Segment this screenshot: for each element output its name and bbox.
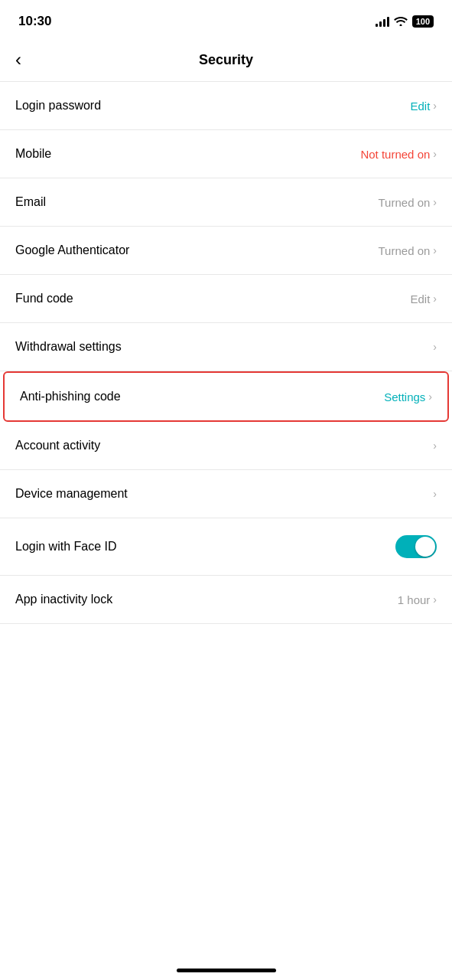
- menu-item-google-authenticator[interactable]: Google AuthenticatorTurned on›: [0, 227, 452, 275]
- chevron-icon-anti-phishing-code: ›: [428, 390, 432, 403]
- chevron-icon-withdrawal-settings: ›: [433, 341, 437, 353]
- menu-item-status-anti-phishing-code: Settings: [384, 390, 425, 403]
- menu-item-login-face-id[interactable]: Login with Face ID: [0, 518, 452, 576]
- chevron-icon-device-management: ›: [433, 488, 437, 500]
- menu-item-anti-phishing-code[interactable]: Anti-phishing codeSettings›: [3, 371, 449, 422]
- menu-item-label-login-face-id: Login with Face ID: [15, 540, 117, 554]
- back-button[interactable]: ‹: [15, 49, 21, 70]
- menu-item-label-email: Email: [15, 195, 46, 209]
- home-indicator: [177, 969, 276, 972]
- menu-item-device-management[interactable]: Device management›: [0, 470, 452, 518]
- bottom-spacer: [0, 624, 452, 716]
- menu-item-right-withdrawal-settings: ›: [433, 341, 437, 353]
- wifi-icon: [394, 15, 408, 28]
- chevron-icon-email: ›: [433, 196, 437, 208]
- chevron-icon-fund-code: ›: [433, 292, 437, 305]
- toggle-knob-login-face-id: [415, 537, 435, 557]
- menu-item-right-app-inactivity-lock: 1 hour›: [398, 593, 437, 606]
- menu-item-status-login-password: Edit: [410, 100, 430, 113]
- signal-icon: [376, 16, 389, 27]
- menu-item-fund-code[interactable]: Fund codeEdit›: [0, 275, 452, 323]
- menu-item-email[interactable]: EmailTurned on›: [0, 178, 452, 227]
- menu-item-right-login-password: Edit›: [410, 100, 437, 113]
- menu-item-right-login-face-id: [395, 535, 437, 558]
- menu-item-status-app-inactivity-lock: 1 hour: [398, 593, 431, 606]
- menu-item-account-activity[interactable]: Account activity›: [0, 422, 452, 470]
- chevron-icon-account-activity: ›: [433, 439, 437, 452]
- menu-item-status-google-authenticator: Turned on: [379, 244, 431, 257]
- menu-item-withdrawal-settings[interactable]: Withdrawal settings›: [0, 323, 452, 371]
- menu-item-right-fund-code: Edit›: [410, 292, 437, 305]
- chevron-icon-google-authenticator: ›: [433, 244, 437, 256]
- menu-item-label-fund-code: Fund code: [15, 292, 73, 305]
- battery-icon: 100: [412, 15, 434, 28]
- status-time: 10:30: [18, 14, 51, 29]
- menu-item-status-mobile: Not turned on: [360, 148, 430, 161]
- menu-item-right-mobile: Not turned on›: [360, 148, 437, 161]
- menu-item-label-login-password: Login password: [15, 99, 101, 113]
- security-menu: Login passwordEdit›MobileNot turned on›E…: [0, 82, 452, 624]
- menu-item-status-email: Turned on: [379, 196, 431, 209]
- status-icons: 100: [376, 15, 434, 28]
- menu-item-label-anti-phishing-code: Anti-phishing code: [20, 390, 121, 403]
- page-header: ‹ Security: [0, 38, 452, 81]
- menu-item-right-account-activity: ›: [433, 439, 437, 452]
- menu-item-label-account-activity: Account activity: [15, 439, 100, 452]
- menu-item-label-app-inactivity-lock: App inactivity lock: [15, 593, 112, 606]
- menu-item-label-mobile: Mobile: [15, 147, 51, 161]
- menu-item-mobile[interactable]: MobileNot turned on›: [0, 130, 452, 178]
- menu-item-right-anti-phishing-code: Settings›: [384, 390, 432, 403]
- chevron-icon-login-password: ›: [433, 100, 437, 112]
- menu-item-label-google-authenticator: Google Authenticator: [15, 243, 129, 257]
- menu-item-label-device-management: Device management: [15, 487, 128, 501]
- chevron-icon-app-inactivity-lock: ›: [433, 593, 437, 606]
- chevron-icon-mobile: ›: [433, 148, 437, 160]
- menu-item-right-google-authenticator: Turned on›: [379, 244, 437, 257]
- menu-item-right-device-management: ›: [433, 488, 437, 500]
- status-bar: 10:30 100: [0, 0, 452, 38]
- menu-item-label-withdrawal-settings: Withdrawal settings: [15, 340, 122, 354]
- menu-item-status-fund-code: Edit: [410, 292, 430, 305]
- toggle-login-face-id[interactable]: [395, 535, 437, 558]
- menu-item-login-password[interactable]: Login passwordEdit›: [0, 82, 452, 130]
- menu-item-right-email: Turned on›: [379, 196, 437, 209]
- menu-item-app-inactivity-lock[interactable]: App inactivity lock1 hour›: [0, 576, 452, 624]
- page-title: Security: [199, 52, 253, 68]
